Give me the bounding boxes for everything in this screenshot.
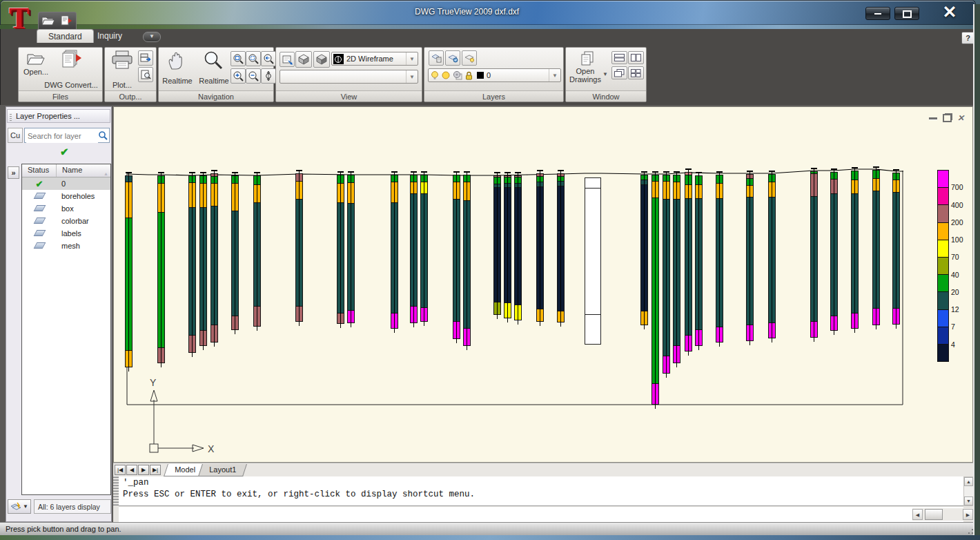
scroll-right-icon[interactable]: ▶ — [963, 509, 973, 520]
palette-grip[interactable] — [10, 114, 12, 121]
search-icon[interactable] — [98, 131, 108, 140]
zoom-out-button[interactable] — [246, 68, 261, 84]
layer-properties-button[interactable] — [429, 50, 444, 66]
next-tab-button[interactable]: ▶ — [138, 465, 149, 475]
borehole[interactable] — [188, 175, 196, 353]
layer-row[interactable]: colorbar — [22, 215, 110, 227]
borehole[interactable] — [504, 175, 511, 318]
borehole[interactable] — [673, 175, 680, 363]
layer-row[interactable]: ✔0 — [22, 177, 110, 190]
preview-button[interactable] — [138, 67, 153, 82]
current-layer-check-icon[interactable]: ✔ — [22, 179, 57, 189]
dwg-convert-label[interactable]: DWG Convert... — [39, 81, 103, 89]
borehole[interactable] — [851, 171, 859, 329]
command-vscrollbar[interactable]: ▲ ▼ — [963, 476, 974, 506]
close-button[interactable]: ✕ — [934, 1, 966, 23]
pan-realtime-label[interactable]: Realtime — [159, 77, 196, 85]
prev-tab-button[interactable]: ◀ — [126, 465, 137, 475]
borehole[interactable] — [231, 175, 239, 330]
borehole[interactable] — [210, 173, 218, 343]
named-view-select[interactable]: ▼ — [280, 70, 418, 84]
tile-horizontal-button[interactable] — [611, 51, 627, 64]
tab-layout1[interactable]: Layout1 — [198, 464, 247, 476]
layer-row[interactable]: labels — [22, 227, 110, 240]
zoom-extents-button[interactable] — [246, 51, 261, 66]
shade-box-open-button[interactable] — [313, 51, 330, 68]
zoom-center-button[interactable] — [261, 68, 276, 84]
borehole[interactable] — [463, 175, 471, 346]
layer-status-icon[interactable] — [22, 229, 57, 238]
column-name[interactable]: Name▲ — [57, 164, 110, 177]
borehole[interactable] — [391, 175, 398, 329]
layer-row[interactable]: mesh — [22, 240, 110, 252]
borehole[interactable] — [651, 175, 659, 405]
mdi-minimize-icon[interactable] — [929, 117, 937, 119]
borehole[interactable] — [830, 172, 838, 331]
layer-states-button[interactable] — [445, 50, 460, 66]
borehole[interactable] — [410, 175, 418, 323]
dwg-convert-button[interactable] — [59, 49, 84, 71]
borehole[interactable] — [453, 175, 460, 339]
current-layer-button[interactable]: Cu — [8, 128, 23, 143]
layer-select[interactable]: 0 ▼ — [428, 68, 561, 82]
column-status[interactable]: Status — [22, 164, 57, 177]
drawing-canvas[interactable]: Y X 7004002001007040201274 ✕ — [113, 106, 973, 463]
window-titlebar[interactable]: T ▼ DWG TrueView 2009 dxf.dxf ✕ — [0, 0, 976, 25]
layer-status-icon[interactable] — [22, 242, 57, 250]
cascade-button[interactable] — [611, 66, 627, 79]
visual-style-select[interactable]: 2D Wireframe ▼ — [331, 52, 418, 66]
tab-overflow-button[interactable]: ▼ — [143, 32, 161, 42]
plot-button-label[interactable]: Plot... — [108, 81, 137, 89]
layer-name[interactable]: 0 — [57, 180, 66, 188]
borehole[interactable] — [810, 171, 818, 338]
zoom-realtime-button[interactable] — [202, 50, 225, 72]
borehole[interactable] — [420, 175, 428, 322]
empty-borehole[interactable] — [585, 177, 601, 345]
arrange-icons-button[interactable] — [628, 66, 644, 79]
batch-plot-button[interactable] — [138, 50, 153, 66]
mdi-close-icon[interactable]: ✕ — [957, 115, 964, 122]
scroll-up-icon[interactable]: ▲ — [964, 477, 973, 486]
borehole[interactable] — [157, 175, 165, 363]
borehole[interactable] — [768, 174, 776, 338]
last-tab-button[interactable]: ▶| — [150, 465, 161, 475]
borehole[interactable] — [557, 173, 565, 322]
command-input[interactable] — [119, 507, 963, 522]
command-grip[interactable] — [113, 476, 119, 507]
layer-name[interactable]: boreholes — [57, 192, 95, 200]
borehole[interactable] — [253, 175, 261, 327]
palette-titlebar[interactable]: Layer Properties ... — [7, 109, 110, 123]
zoom-in-button[interactable] — [231, 68, 246, 84]
qat-open-button[interactable] — [41, 15, 56, 27]
layer-toolbar-check-icon[interactable]: ✔ — [60, 146, 69, 158]
borehole[interactable] — [199, 175, 207, 346]
borehole[interactable] — [514, 175, 522, 320]
borehole[interactable] — [125, 175, 133, 367]
named-views-button[interactable] — [280, 52, 295, 67]
borehole[interactable] — [685, 172, 692, 351]
first-tab-button[interactable]: |◀ — [115, 465, 126, 475]
borehole[interactable] — [295, 173, 303, 322]
maximize-button[interactable] — [894, 7, 919, 20]
colorbar[interactable] — [937, 170, 949, 362]
borehole[interactable] — [640, 175, 648, 325]
tab-inquiry[interactable]: Inquiry — [86, 29, 133, 43]
borehole[interactable] — [663, 175, 670, 374]
layer-isolate-button[interactable] — [462, 50, 477, 66]
expand-panel-button[interactable]: » — [8, 166, 19, 179]
layer-status-icon[interactable] — [22, 204, 57, 213]
scroll-left-icon[interactable]: ◀ — [912, 509, 923, 520]
layer-status-icon[interactable] — [22, 217, 57, 225]
layer-search-input[interactable] — [26, 129, 98, 143]
open-button[interactable] — [26, 51, 46, 66]
qat-dwg-convert-button[interactable] — [59, 15, 74, 27]
borehole[interactable] — [695, 175, 703, 346]
layer-row[interactable]: boreholes — [22, 190, 110, 202]
layer-filter-button[interactable]: ▼ — [8, 499, 31, 514]
layer-name[interactable]: mesh — [57, 242, 80, 250]
borehole[interactable] — [347, 175, 355, 323]
layer-name[interactable]: box — [57, 204, 74, 213]
zoom-realtime-label[interactable]: Realtime — [196, 77, 232, 85]
scroll-down-icon[interactable]: ▼ — [964, 496, 973, 505]
chevron-down-icon[interactable]: ▼ — [602, 71, 609, 77]
